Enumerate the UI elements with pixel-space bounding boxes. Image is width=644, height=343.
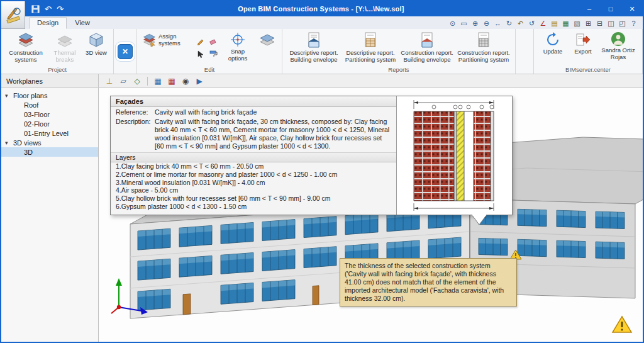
objects-icon[interactable]: ▦ — [560, 18, 571, 28]
canvas-toolbar: ⊥ ▱ ◇ ▦ ▦ ◉ ▶ — [99, 74, 205, 87]
drafting-tools-icon — [5, 6, 21, 25]
model-canvas[interactable]: Façades Reference: Cavity wall with faci… — [99, 88, 643, 342]
tree-label: 02-Floor — [24, 120, 50, 128]
tab-design[interactable]: Design — [29, 17, 67, 29]
pan-icon[interactable]: ↔ — [492, 18, 503, 28]
description-value: Cavity wall with facing brick façade, 30… — [155, 118, 391, 150]
visibility-icon[interactable]: ◉ — [180, 76, 191, 87]
minimize-button[interactable]: – — [579, 1, 600, 16]
main-area: ▾ Floor plans Roof 03-Floor 02-Floor 01-… — [1, 88, 643, 342]
edit-layers-tool-button[interactable] — [257, 31, 278, 50]
thermal-breaks-label: Thermal breaks — [49, 50, 80, 64]
tree-node-3d-views[interactable]: ▾ 3D views — [1, 138, 98, 147]
ribbon: Construction systems Thermal breaks 3D v… — [1, 29, 643, 74]
section-view-icon[interactable]: ▶ — [194, 76, 205, 87]
maximize-view-icon[interactable]: ◰ — [617, 18, 628, 28]
textures-view-icon[interactable]: ▦ — [152, 76, 164, 87]
tree-label: Floor plans — [13, 92, 47, 99]
orbit-icon[interactable]: ↻ — [504, 18, 514, 28]
plane-view-icon[interactable]: ▱ — [118, 76, 129, 87]
group-label-reports: Reports — [282, 66, 515, 73]
construction-report-partitioning-button[interactable]: Construction report. Partitioning system — [456, 31, 511, 65]
paint-roller-icon[interactable] — [208, 48, 219, 60]
group-label-bimserver: BIMserver.center — [534, 66, 642, 73]
descriptive-report-envelope-label: Descriptive report. Building envelope — [287, 50, 340, 64]
thermal-breaks-icon — [57, 32, 73, 48]
quick-access-toolbar: ↶ ↷ — [31, 5, 64, 13]
export-button[interactable]: Export — [569, 31, 597, 57]
sub-toolbar: Workplanes ⊥ ▱ ◇ ▦ ▦ ◉ ▶ — [1, 74, 643, 88]
undo-icon[interactable]: ↶ — [45, 5, 52, 13]
construction-report-partitioning-label: Construction report. Partitioning system — [457, 50, 510, 64]
zoom-window-icon[interactable]: ▭ — [458, 18, 469, 28]
thermal-breaks-button[interactable]: Thermal breaks — [48, 31, 82, 65]
layers-icon[interactable]: ▤ — [549, 18, 560, 28]
search-icon[interactable]: ⊙ — [447, 18, 458, 28]
tree-label: 01-Entry Level — [24, 130, 69, 137]
close-button[interactable]: ✕ — [621, 1, 643, 16]
tree-node-03-floor[interactable]: 03-Floor — [1, 110, 98, 119]
construction-report-envelope-button[interactable]: Construction report. Building envelope — [399, 31, 455, 65]
previous-view-icon[interactable]: ↶ — [515, 18, 526, 28]
assign-systems-button[interactable]: Assign systems — [141, 31, 194, 50]
ribbon-group-bimserver: Update Export S — [533, 29, 643, 74]
tree-label: 3D views — [13, 139, 42, 147]
app-logo[interactable] — [1, 1, 25, 29]
tree-node-01-entry-level[interactable]: 01-Entry Level — [1, 128, 98, 138]
wall-section-drawing — [400, 96, 508, 215]
redo-icon[interactable]: ↷ — [57, 5, 64, 13]
quick-view-toolbar: ⊙ ▭ ⊕ ⊖ ↔ ↻ ↶ ↺ ∠ ▤ ▦ ▧ ⊞ ⊟ ◫ ◰ ? — [447, 18, 643, 29]
user-account-button[interactable]: Sandra Ortiz Rojas — [598, 31, 638, 62]
maximize-button[interactable]: □ — [600, 1, 621, 16]
chevron-down-icon[interactable]: ▾ — [5, 93, 13, 99]
description-label: Description: — [116, 118, 155, 150]
thickness-warning-tooltip: The thickness of the selected constructi… — [340, 258, 517, 306]
tree-node-roof[interactable]: Roof — [1, 100, 98, 110]
tree-node-3d[interactable]: 3D — [1, 147, 98, 157]
user-name-label: Sandra Ortiz Rojas — [599, 47, 637, 61]
3d-view-button[interactable]: 3D view — [83, 31, 109, 58]
update-icon — [545, 32, 560, 47]
orbit-view-icon[interactable]: ◇ — [131, 76, 143, 87]
3d-view-label: 3D view — [86, 50, 107, 57]
ribbon-group-reports: Descriptive report. Building envelope De… — [282, 29, 516, 74]
tree-label: 3D — [24, 149, 33, 156]
axes-icon[interactable]: ⊥ — [104, 76, 115, 87]
select-cursor-icon[interactable] — [195, 48, 206, 60]
construction-systems-button[interactable]: Construction systems — [5, 31, 47, 65]
tab-view[interactable]: View — [67, 17, 98, 29]
construction-systems-label: Construction systems — [6, 50, 45, 64]
edges-icon[interactable]: ▧ — [572, 18, 582, 28]
viewports-icon[interactable]: ◫ — [606, 18, 616, 28]
save-icon[interactable] — [31, 5, 40, 13]
chevron-down-icon[interactable]: ▾ — [5, 140, 13, 146]
descriptive-report-envelope-button[interactable]: Descriptive report. Building envelope — [286, 31, 341, 65]
update-button[interactable]: Update — [538, 31, 568, 57]
zoom-out-icon[interactable]: ⊖ — [481, 18, 492, 28]
construction-system-popup: Façades Reference: Cavity wall with faci… — [110, 96, 513, 215]
group-label-project: Project — [1, 66, 113, 73]
zoom-in-icon[interactable]: ⊕ — [470, 18, 480, 28]
reference-value: Cavity wall with facing brick façade — [155, 108, 391, 116]
section-icon[interactable]: ⊟ — [594, 18, 605, 28]
update-label: Update — [543, 48, 563, 55]
help-icon[interactable]: ? — [628, 18, 639, 28]
tree-node-02-floor[interactable]: 02-Floor — [1, 119, 98, 128]
redraw-icon[interactable]: ↺ — [526, 18, 537, 28]
layers-stack-icon — [259, 32, 275, 48]
tree-node-floor-plans[interactable]: ▾ Floor plans — [1, 91, 98, 100]
wireframe-view-icon[interactable]: ▦ — [166, 76, 177, 87]
cancel-button[interactable]: ✕ — [118, 44, 133, 59]
assign-systems-icon — [143, 32, 156, 48]
descriptive-report-partitioning-button[interactable]: Descriptive report. Partitioning system — [343, 31, 398, 65]
edit-pencil-icon[interactable] — [195, 36, 206, 47]
grid-icon[interactable]: ⊞ — [583, 18, 594, 28]
workplanes-panel-title: Workplanes — [1, 74, 99, 87]
snap-options-label: Snap options — [221, 48, 254, 62]
ribbon-group-project: Construction systems Thermal breaks 3D v… — [1, 29, 114, 74]
erase-icon[interactable] — [208, 36, 219, 47]
snap-options-button[interactable]: Snap options — [220, 31, 255, 64]
warning-indicator-icon[interactable] — [611, 315, 633, 334]
measure-icon[interactable]: ∠ — [538, 18, 548, 28]
layer-item: 5.Clay hollow brick with four recesses s… — [111, 194, 396, 203]
